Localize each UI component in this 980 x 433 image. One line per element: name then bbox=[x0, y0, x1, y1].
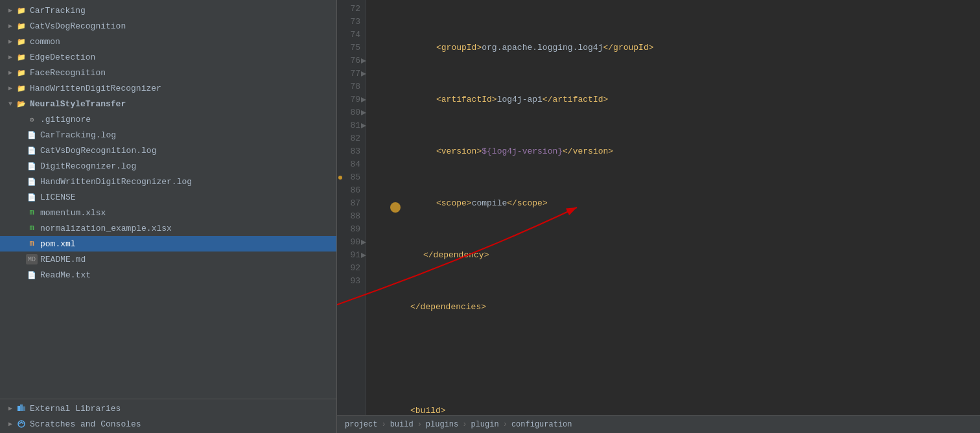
line-number: 93 bbox=[337, 275, 366, 288]
breadcrumb-sep: › bbox=[503, 420, 508, 429]
line-number: 80 bbox=[337, 106, 366, 119]
breadcrumb-sep: › bbox=[462, 420, 467, 429]
folder-icon: 📁 bbox=[16, 5, 27, 16]
breadcrumb-build: build bbox=[390, 420, 414, 429]
code-editor: 72 73 74 75 76 77 78 79 80 81 82 83 84 8… bbox=[337, 0, 980, 433]
breadcrumb-sep: › bbox=[417, 420, 422, 429]
line-number: 92 bbox=[337, 262, 366, 275]
file-icon: m bbox=[26, 223, 38, 233]
code-content[interactable]: <groupId>org.apache.logging.log4j</group… bbox=[366, 0, 980, 415]
tree-item-external-libraries[interactable]: External Libraries bbox=[0, 401, 336, 416]
tree-label: common bbox=[30, 37, 60, 47]
code-line-73: <artifactId>log4j-api</artifactId> bbox=[371, 93, 980, 106]
line-number: 81 bbox=[337, 119, 366, 132]
line-number: 82 bbox=[337, 132, 366, 145]
line-number: 89 bbox=[337, 223, 366, 236]
tree-label: CatVsDogRecognition.log bbox=[40, 146, 156, 156]
tree-item-handwrittendigitrecognizer-log[interactable]: 📄 HandWrittenDigitRecognizer.log bbox=[0, 174, 336, 189]
folder-icon: 📁 bbox=[16, 83, 27, 93]
file-icon: ⚙ bbox=[26, 114, 38, 124]
tree-item-handwrittendigitrecognizer[interactable]: 📁 HandWrittenDigitRecognizer bbox=[0, 80, 336, 96]
tree-item-digitrecognizer-log[interactable]: 📄 DigitRecognizer.log bbox=[0, 158, 336, 174]
svg-rect-1 bbox=[20, 404, 23, 411]
line-number: 78 bbox=[337, 80, 366, 93]
svg-rect-0 bbox=[18, 406, 20, 411]
tree-label: Scratches and Consoles bbox=[30, 419, 141, 429]
tree-item-readme-txt[interactable]: 📄 ReadMe.txt bbox=[0, 267, 336, 283]
line-number: 79 bbox=[337, 93, 366, 106]
code-line-74: <version>${log4j-version}</version> bbox=[371, 145, 980, 158]
tree-item-cartracking[interactable]: 📁 CarTracking bbox=[0, 3, 336, 18]
tree-item-catvsdogrecognition-log[interactable]: 📄 CatVsDogRecognition.log bbox=[0, 143, 336, 158]
tree-item-common[interactable]: 📁 common bbox=[0, 34, 336, 49]
external-libraries-icon bbox=[16, 403, 27, 414]
code-line-79: <build> bbox=[371, 404, 980, 415]
breadcrumb-configuration: configuration bbox=[511, 420, 572, 429]
tree-label: HandWrittenDigitRecognizer bbox=[30, 84, 161, 93]
tree-label: DigitRecognizer.log bbox=[40, 161, 136, 171]
file-icon: m bbox=[26, 207, 38, 218]
code-line-78 bbox=[371, 353, 980, 366]
tree-item-scratches[interactable]: Scratches and Consoles bbox=[0, 416, 336, 432]
tree-item-cartracking-log[interactable]: 📄 CarTracking.log bbox=[0, 127, 336, 143]
tree-item-edgedetection[interactable]: 📁 EdgeDetection bbox=[0, 49, 336, 65]
tree-item-license[interactable]: 📄 LICENSE bbox=[0, 189, 336, 205]
tree-item-momentum-xlsx[interactable]: m momentum.xlsx bbox=[0, 205, 336, 220]
tree-label: .gitignore bbox=[40, 115, 91, 124]
tree-label: CarTracking bbox=[30, 6, 86, 16]
file-icon: 📄 bbox=[26, 192, 38, 202]
file-tree-sidebar: 📁 CarTracking 📁 CatVsDogRecognition 📁 co… bbox=[0, 0, 337, 433]
arrow-icon bbox=[5, 6, 16, 14]
code-area[interactable]: 72 73 74 75 76 77 78 79 80 81 82 83 84 8… bbox=[337, 0, 980, 415]
tree-view: 📁 CarTracking 📁 CatVsDogRecognition 📁 co… bbox=[0, 0, 336, 399]
code-line-72: <groupId>org.apache.logging.log4j</group… bbox=[371, 41, 980, 54]
line-number: 74 bbox=[337, 29, 366, 41]
line-number: 84 bbox=[337, 158, 366, 171]
tree-label: pom.xml bbox=[40, 239, 76, 249]
tree-item-normalization-xlsx[interactable]: m normalization_example.xlsx bbox=[0, 220, 336, 236]
line-number: 90 bbox=[337, 236, 366, 249]
code-line-77: </dependencies> bbox=[371, 301, 980, 314]
breadcrumb: project › build › plugins › plugin › con… bbox=[337, 415, 980, 433]
tree-label: FaceRecognition bbox=[30, 68, 106, 78]
tree-label: LICENSE bbox=[40, 193, 76, 202]
folder-icon: 📁 bbox=[16, 21, 27, 31]
breadcrumb-plugins: plugins bbox=[426, 420, 458, 429]
tree-label: momentum.xlsx bbox=[40, 208, 106, 218]
tree-label: CatVsDogRecognition bbox=[30, 21, 126, 31]
file-icon: MD bbox=[26, 254, 38, 264]
tree-item-gitignore[interactable]: ⚙ .gitignore bbox=[0, 111, 336, 127]
tree-item-neuralstyletransfer[interactable]: 📂 NeuralStyleTransfer bbox=[0, 96, 336, 111]
line-numbers: 72 73 74 75 76 77 78 79 80 81 82 83 84 8… bbox=[337, 0, 366, 415]
tree-label: README.md bbox=[40, 255, 86, 264]
folder-icon-open: 📂 bbox=[16, 99, 27, 109]
tree-item-facerecognition[interactable]: 📁 FaceRecognition bbox=[0, 65, 336, 80]
breadcrumb-project: project bbox=[345, 420, 377, 429]
tree-label: normalization_example.xlsx bbox=[40, 224, 172, 233]
scratches-icon bbox=[16, 419, 27, 429]
svg-rect-2 bbox=[23, 406, 25, 411]
arrow-icon bbox=[5, 404, 16, 412]
tree-item-catvsdogrecognition[interactable]: 📁 CatVsDogRecognition bbox=[0, 18, 336, 34]
line-number: 73 bbox=[337, 16, 366, 29]
arrow-icon bbox=[5, 420, 16, 428]
line-number: 75 bbox=[337, 41, 366, 54]
arrow-icon bbox=[5, 69, 16, 76]
tree-item-pom-xml[interactable]: m pom.xml bbox=[0, 236, 336, 252]
tree-label: CarTracking.log bbox=[40, 130, 116, 140]
sidebar-bottom: External Libraries Scratches and Console… bbox=[0, 399, 336, 433]
arrow-icon bbox=[5, 84, 16, 92]
code-line-75: <scope>compile</scope> bbox=[371, 197, 980, 210]
folder-icon: 📁 bbox=[16, 36, 27, 47]
file-icon: 📄 bbox=[26, 145, 38, 156]
tree-label: EdgeDetection bbox=[30, 53, 95, 62]
line-number: 88 bbox=[337, 210, 366, 223]
arrow-icon bbox=[5, 53, 16, 61]
line-number: 77 bbox=[337, 67, 366, 80]
tree-label: NeuralStyleTransfer bbox=[30, 99, 126, 109]
arrow-icon bbox=[5, 100, 16, 108]
arrow-icon bbox=[5, 38, 16, 45]
line-number: 91 bbox=[337, 249, 366, 262]
folder-icon: 📁 bbox=[16, 67, 27, 78]
tree-item-readme-md[interactable]: MD README.md bbox=[0, 252, 336, 267]
